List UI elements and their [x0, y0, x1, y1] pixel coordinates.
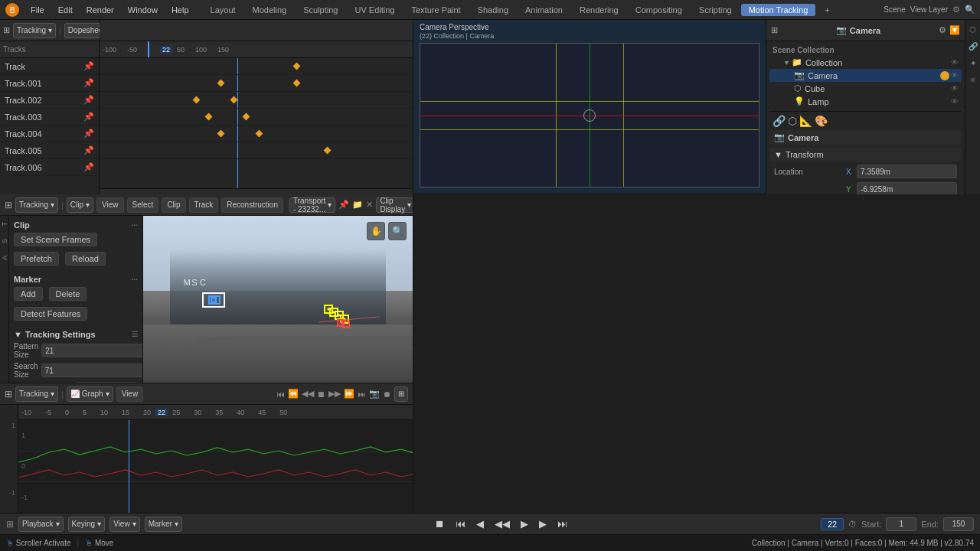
prefetch-btn[interactable]: Prefetch — [14, 252, 59, 266]
vp-btn-zoom[interactable]: 🔍 — [388, 222, 407, 240]
tab-modeling[interactable]: Modeling — [245, 4, 295, 16]
tab-motion-tracking[interactable]: Motion Tracking — [741, 4, 816, 16]
object-props-icon[interactable]: ⬡ — [788, 115, 797, 127]
tab-shading[interactable]: Shading — [470, 4, 516, 16]
clip-folder-icon[interactable]: 📁 — [352, 200, 363, 210]
keying-dropdown[interactable]: Keying▾ — [68, 517, 106, 532]
set-scene-frames-btn[interactable]: Set Scene Frames — [14, 233, 97, 246]
view-dropdown[interactable]: View▾ — [109, 517, 140, 532]
next-key-btn[interactable]: ⏭ — [554, 517, 570, 531]
graph-graph-dropdown[interactable]: 📈Graph▾ — [67, 386, 113, 402]
cam-icon[interactable]: 📷 — [369, 389, 380, 399]
settings-icon[interactable]: ⚙ — [952, 5, 960, 15]
tab-scripting[interactable]: Scripting — [691, 4, 740, 16]
viewport-image[interactable]: M S C ✋ 🔍 — [143, 216, 413, 383]
end-frame-input[interactable] — [943, 517, 974, 531]
delete-marker-btn[interactable]: Delete — [49, 287, 87, 301]
location-x-value[interactable]: 7.3589m — [857, 165, 957, 178]
clip-close-icon[interactable]: ✕ — [366, 200, 373, 210]
tab-uv[interactable]: UV Editing — [347, 4, 402, 16]
marker-dropdown[interactable]: Marker▾ — [145, 517, 182, 532]
selected-marker[interactable] — [202, 292, 225, 308]
graph-tracking-dropdown[interactable]: Tracking▾ — [15, 386, 58, 402]
prev-frame-icon[interactable]: ⏪ — [288, 389, 299, 399]
search-size-input[interactable] — [41, 364, 143, 377]
next-frame-btn[interactable]: ▶ — [536, 517, 550, 531]
pattern-size-input[interactable] — [41, 344, 143, 357]
clip-clip-btn[interactable]: Clip — [162, 197, 185, 213]
playback-dropdown[interactable]: Playback▾ — [18, 517, 64, 532]
menu-render[interactable]: Render — [80, 4, 120, 16]
track-row[interactable]: Track 📌 — [0, 58, 99, 75]
start-frame-input[interactable] — [886, 517, 916, 531]
tree-lamp[interactable]: 💡 Lamp 👁 — [769, 95, 962, 108]
stop-icon[interactable]: ⏹ — [317, 390, 325, 399]
clip-track-btn[interactable]: Track — [189, 197, 219, 213]
prev-key-btn[interactable]: ⏮ — [452, 517, 469, 531]
dopesheet-tracks-area[interactable] — [100, 58, 413, 194]
add-marker-btn[interactable]: Add — [14, 287, 43, 301]
track-row[interactable]: Track.003 📌 — [0, 109, 99, 126]
graph-view-btn[interactable]: View — [116, 386, 144, 402]
clip-tracking-dropdown[interactable]: Tracking▾ — [15, 197, 58, 213]
right-icon-object[interactable]: ⬡ — [967, 23, 979, 35]
props-settings-icon[interactable]: ⚙ — [939, 25, 946, 35]
tab-texture[interactable]: Texture Paint — [403, 4, 468, 16]
clip-reconstruction-btn[interactable]: Reconstruction — [221, 197, 283, 213]
location-y-value[interactable]: -6.9258m — [857, 182, 957, 194]
tree-collection[interactable]: ▼ 📁 Collection 👁 — [769, 56, 962, 69]
tab-compositing[interactable]: Compositing — [628, 4, 690, 16]
right-icon-constraint[interactable]: 🔗 — [967, 40, 979, 52]
menu-file[interactable]: File — [24, 4, 51, 16]
track-row[interactable]: Track.004 📌 — [0, 126, 99, 142]
reload-btn[interactable]: Reload — [65, 252, 106, 266]
clip-pin-icon[interactable]: 📌 — [338, 200, 349, 210]
track-row[interactable]: Track.002 📌 — [0, 92, 99, 109]
dopesheet-scrollbar[interactable] — [100, 188, 413, 194]
display-dropdown[interactable]: Clip Display▾ — [376, 197, 413, 213]
display-mode-dropdown[interactable]: ⊞ — [394, 386, 408, 402]
clip-dropdown[interactable]: Clip▾ — [67, 197, 93, 213]
constraint-icon[interactable]: 🔗 — [773, 115, 786, 127]
right-icon-physics[interactable]: ⚛ — [967, 73, 979, 86]
play-icon[interactable]: ⏮ — [276, 390, 285, 399]
tracking-dropdown[interactable]: Tracking▾ — [13, 23, 56, 38]
rec-icon[interactable]: ⏺ — [383, 390, 391, 399]
clip-view-btn[interactable]: View — [96, 197, 124, 213]
tab-add[interactable]: + — [817, 4, 837, 16]
forward-icon[interactable]: ▶▶ — [328, 389, 341, 399]
tab-rendering[interactable]: Rendering — [572, 4, 626, 16]
detect-features-btn[interactable]: Detect Features — [14, 307, 87, 321]
clip-select-btn[interactable]: Select — [127, 197, 159, 213]
rewind-icon[interactable]: ◀◀ — [302, 389, 314, 399]
tab-layout[interactable]: Layout — [203, 4, 243, 16]
next-frame-icon[interactable]: ⏩ — [344, 389, 354, 399]
tab-animation[interactable]: Animation — [518, 4, 570, 16]
track-row[interactable]: Track.001 📌 — [0, 75, 99, 92]
vp-btn-hand[interactable]: ✋ — [367, 222, 385, 240]
reverse-play-btn[interactable]: ◀◀ — [492, 517, 513, 531]
current-frame-display[interactable]: 22 — [821, 518, 844, 530]
track-row[interactable]: Track.006 📌 — [0, 159, 99, 176]
search-icon[interactable]: 🔍 — [965, 5, 975, 15]
menu-window[interactable]: Window — [122, 4, 164, 16]
graph-viewport[interactable]: -10 -5 0 5 10 15 20 22 25 30 35 40 45 50 — [18, 405, 413, 513]
data-icon[interactable]: 📐 — [799, 115, 812, 127]
props-filter-icon[interactable]: 🔽 — [949, 25, 960, 35]
tracking-settings-header[interactable]: ▼ Tracking Settings ☰ — [14, 330, 138, 339]
tree-cube[interactable]: ⬡ Cube 👁 — [769, 82, 962, 95]
tab-sculpting[interactable]: Sculpting — [296, 4, 345, 16]
transport-dropdown[interactable]: Transport - 23232...▾ — [289, 197, 335, 213]
camera-viewport[interactable]: Camera Perspective (22) Collection | Cam… — [413, 20, 766, 194]
right-icon-particle[interactable]: ✦ — [967, 57, 979, 69]
track-marker-red-2[interactable] — [342, 321, 350, 328]
material-icon[interactable]: 🎨 — [815, 115, 828, 127]
play-btn[interactable]: ▶ — [518, 517, 531, 531]
tree-camera[interactable]: 📷 Camera 👁 — [769, 69, 962, 82]
menu-help[interactable]: Help — [165, 4, 195, 16]
prev-frame-btn[interactable]: ◀ — [473, 517, 487, 531]
stop-btn[interactable]: ⏹ — [432, 517, 448, 531]
end-icon[interactable]: ⏭ — [358, 390, 366, 399]
transform-header[interactable]: ▼ Transform — [769, 148, 962, 161]
track-row[interactable]: Track.005 📌 — [0, 142, 99, 159]
